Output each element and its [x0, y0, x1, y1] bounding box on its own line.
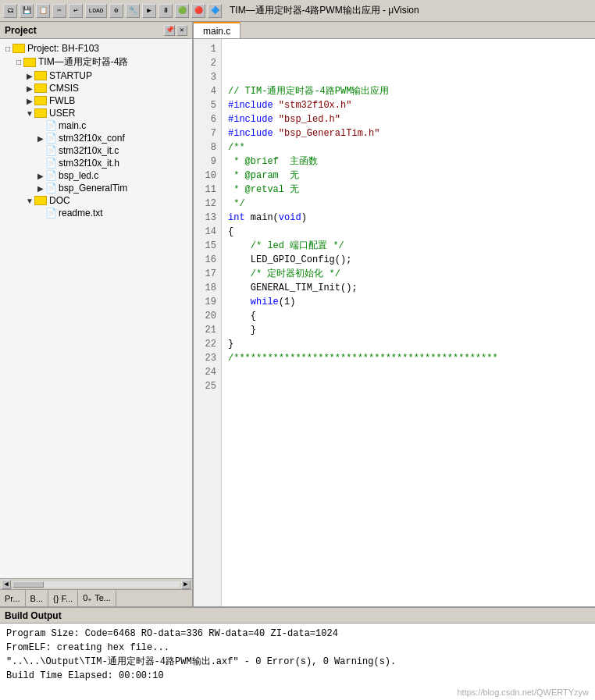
scroll-track[interactable] — [12, 581, 180, 588]
tree-label-2: TIM—通用定时器-4路 — [38, 55, 128, 69]
toolbar-icon-9[interactable]: ⏸ — [159, 4, 173, 18]
line-number-15: 15 — [197, 239, 216, 253]
file-icon: 📄 — [45, 158, 56, 169]
toolbar-icon-8[interactable]: ▶ — [142, 4, 156, 18]
code-content[interactable]: // TIM-通用定时器-4路PWM输出应用#include "stm32f10… — [222, 39, 595, 606]
toolbar-icon-4[interactable]: ✂ — [52, 4, 66, 18]
tree-item-2[interactable]: □TIM—通用定时器-4路 — [0, 55, 192, 69]
sidebar-horizontal-scroll[interactable]: ◀ ▶ — [0, 578, 192, 589]
code-line-10: * @retval 无 — [228, 183, 589, 197]
toolbar-icon-7[interactable]: 🔧 — [126, 4, 140, 18]
window-title: TIM—通用定时器-4路PWM输出应用 - μVision — [230, 4, 419, 17]
scroll-thumb[interactable] — [12, 581, 44, 588]
tree-item-13[interactable]: ▼DOC — [0, 194, 192, 207]
tree-label-5: FWLB — [49, 95, 75, 106]
tree-item-14[interactable]: 📄readme.txt — [0, 207, 192, 219]
toolbar-icon-load[interactable]: LOAD — [85, 4, 107, 18]
tree-item-5[interactable]: ▶FWLB — [0, 94, 192, 107]
sidebar-tab-proj[interactable]: Pr... — [0, 590, 26, 606]
sidebar-tab-book[interactable]: B... — [26, 590, 49, 606]
tree-label-4: CMSIS — [49, 83, 79, 94]
sidebar-tab-templ[interactable]: 0₊ Te... — [78, 590, 116, 606]
sidebar-pin-button[interactable]: 📌 — [164, 25, 175, 36]
toolbar-icon-12[interactable]: 🔷 — [208, 4, 222, 18]
tree-item-6[interactable]: ▼USER — [0, 107, 192, 119]
line-number-13: 13 — [197, 211, 216, 225]
folder-icon — [34, 96, 47, 105]
tree-item-12[interactable]: ▶📄bsp_GeneralTim — [0, 182, 192, 194]
build-line: Build Time Elapsed: 00:00:10 — [6, 669, 589, 683]
sidebar-title: Project — [5, 25, 37, 36]
folder-icon — [23, 58, 36, 67]
line-number-22: 22 — [197, 337, 216, 351]
code-line-12: int main(void) — [228, 211, 589, 225]
tree-item-3[interactable]: ▶STARTUP — [0, 69, 192, 82]
tree-item-11[interactable]: ▶📄bsp_led.c — [0, 169, 192, 182]
code-line-24: /***************************************… — [228, 351, 589, 365]
code-line-9: * @param 无 — [228, 169, 589, 183]
code-line-2: // TIM-通用定时器-4路PWM输出应用 — [228, 84, 589, 98]
tree-item-4[interactable]: ▶CMSIS — [0, 82, 192, 94]
toolbar-icon-6[interactable]: ⚙ — [109, 4, 123, 18]
tree-expand-4[interactable]: ▶ — [25, 84, 34, 93]
tree-item-10[interactable]: 📄stm32f10x_it.h — [0, 157, 192, 169]
tree-expand-3[interactable]: ▶ — [25, 72, 34, 80]
build-line: "..\..\Output\TIM-通用定时器-4路PWM输出.axf" - 0… — [6, 655, 589, 669]
tree-item-1[interactable]: □Project: BH-F103 — [0, 42, 192, 55]
tree-item-8[interactable]: ▶📄stm32f10x_conf — [0, 132, 192, 144]
tree-label-10: stm32f10x_it.h — [59, 158, 119, 169]
sidebar-tab-func[interactable]: {} F... — [48, 590, 78, 606]
editor-tab-main[interactable]: main.c — [194, 22, 240, 38]
tree-item-9[interactable]: 📄stm32f10x_it.c — [0, 144, 192, 157]
code-line-4: #include "bsp_led.h" — [228, 112, 589, 126]
tree-label-13: DOC — [49, 195, 70, 206]
file-icon: 📄 — [45, 133, 56, 144]
code-line-15: LED_GPIO_Config(); — [228, 253, 589, 267]
line-number-23: 23 — [197, 351, 216, 365]
code-line-18: GENERAL_TIM_Init(); — [228, 281, 589, 295]
toolbar-icon-10[interactable]: 🟢 — [175, 4, 189, 18]
editor-tab-label: main.c — [203, 26, 230, 37]
code-line-11: */ — [228, 197, 589, 211]
content-row: Project 📌 ✕ □Project: BH-F103□TIM—通用定时器-… — [0, 22, 595, 606]
line-number-14: 14 — [197, 225, 216, 239]
toolbar-icon-11[interactable]: 🔴 — [191, 4, 205, 18]
code-container[interactable]: 1234567891011121314151617181920212223242… — [194, 39, 595, 606]
code-line-20: while(1) — [228, 295, 589, 309]
toolbar-icon-2[interactable]: 💾 — [20, 4, 34, 18]
code-line-14: /* led 端口配置 */ — [228, 239, 589, 253]
tree-label-8: stm32f10x_conf — [59, 133, 125, 144]
sidebar: Project 📌 ✕ □Project: BH-F103□TIM—通用定时器-… — [0, 22, 194, 606]
sidebar-close-button[interactable]: ✕ — [176, 25, 187, 36]
line-number-16: 16 — [197, 253, 216, 267]
code-line-13: { — [228, 225, 589, 239]
file-icon: 📄 — [45, 170, 56, 181]
code-line-23: } — [228, 337, 589, 351]
tree-label-14: readme.txt — [59, 208, 103, 219]
main-area: Project 📌 ✕ □Project: BH-F103□TIM—通用定时器-… — [0, 22, 595, 700]
tree-item-7[interactable]: 📄main.c — [0, 119, 192, 132]
folder-icon — [34, 71, 47, 80]
tree-expand-11[interactable]: ▶ — [36, 172, 45, 180]
line-numbers: 1234567891011121314151617181920212223242… — [194, 39, 222, 606]
toolbar-icon-3[interactable]: 📋 — [36, 4, 50, 18]
line-number-19: 19 — [197, 295, 216, 309]
tree-expand-13[interactable]: ▼ — [25, 197, 34, 205]
scroll-right-arrow[interactable]: ▶ — [181, 580, 191, 589]
tree-expand-8[interactable]: ▶ — [36, 134, 45, 143]
scroll-left-arrow[interactable]: ◀ — [2, 580, 11, 589]
tree-expand-12[interactable]: ▶ — [36, 184, 45, 193]
tree-expand-2[interactable]: □ — [14, 58, 23, 66]
toolbar-icon-1[interactable]: 🗂 — [3, 4, 17, 18]
sidebar-header: Project 📌 ✕ — [0, 22, 192, 39]
tree-expand-1[interactable]: □ — [3, 44, 12, 53]
line-number-4: 4 — [197, 84, 216, 98]
line-number-21: 21 — [197, 323, 216, 337]
toolbar-icon-5[interactable]: ↩ — [69, 4, 83, 18]
editor-area: main.c 123456789101112131415161718192021… — [194, 22, 595, 606]
build-line: Program Size: Code=6468 RO-data=336 RW-d… — [6, 627, 589, 641]
tree-expand-5[interactable]: ▶ — [25, 97, 34, 105]
tree-expand-6[interactable]: ▼ — [25, 109, 34, 118]
line-number-10: 10 — [197, 169, 216, 183]
line-number-24: 24 — [197, 365, 216, 379]
